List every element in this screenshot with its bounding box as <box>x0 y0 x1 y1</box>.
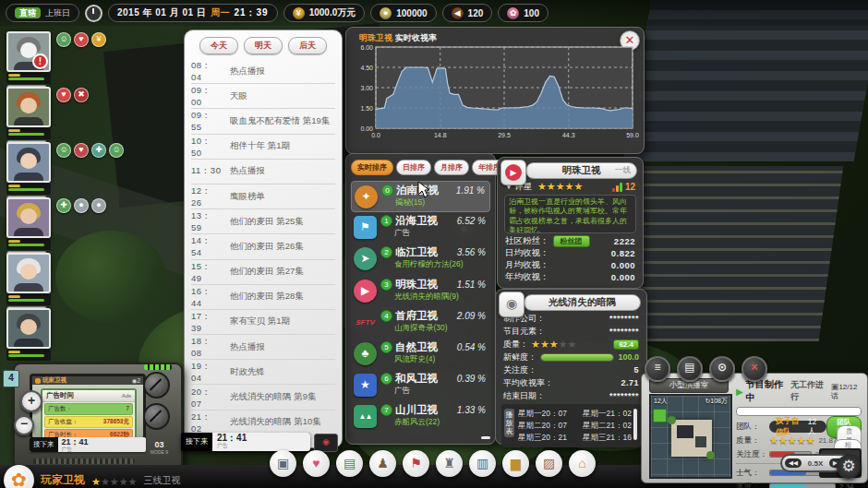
clock-icon[interactable] <box>85 5 102 22</box>
avg-rating-value: 2.71 <box>621 378 639 387</box>
photo-icon[interactable]: ▨ <box>536 450 562 477</box>
tv-knob[interactable] <box>143 403 170 430</box>
bird-icon: ➤ <box>354 247 377 270</box>
mode-label: MODE 9 <box>151 449 168 455</box>
ranking-row[interactable]: ✦0泊南卫视1.91 %揭秘(15) <box>351 181 490 212</box>
program-time: 10：50 <box>191 136 222 158</box>
settings-gear-icon[interactable]: ⚙ <box>837 455 861 479</box>
resource-arrows[interactable]: ◀120 <box>442 4 493 22</box>
heart-icon[interactable]: ♥ <box>303 450 330 477</box>
team-status-icons: ♥✖ <box>56 88 89 102</box>
schedule-row[interactable]: 13：59他们的麦田 第25集 <box>191 209 335 234</box>
ranking-row[interactable]: ⚑1沿海卫视6.52 %广告 <box>351 212 490 244</box>
power-icon[interactable]: ⊙ <box>709 356 735 382</box>
schedule-row[interactable]: 20：07光线消失的暗隅 第9集 <box>191 385 335 410</box>
team-avatar[interactable] <box>6 253 51 293</box>
schedule-tab-0[interactable]: 今天 <box>199 37 238 54</box>
fans-badge-button[interactable]: 粉丝团 <box>553 235 590 247</box>
market-icon[interactable]: ▆ <box>502 450 529 477</box>
staff-icon[interactable]: ♟ <box>369 450 396 477</box>
next-label: 接下来 <box>181 433 212 451</box>
ad-stat-row: 广告数：7 <box>44 403 133 415</box>
ranking-row[interactable]: ★6和风卫视0.39 %广告 <box>351 370 490 401</box>
team-pill[interactable]: 孩子自信队 12人 <box>769 421 826 433</box>
schedule-tab-2[interactable]: 后天 <box>288 37 327 54</box>
team-avatar[interactable] <box>6 197 51 238</box>
slow-down-button[interactable]: ◀◀ <box>785 458 802 468</box>
player-station-tier: 三线卫视 <box>143 474 180 487</box>
broadcast-schedule-tab[interactable]: 播放表 <box>504 409 514 437</box>
ranking-tab[interactable]: 实时排序 <box>351 160 393 175</box>
tv-icon[interactable]: ▣ <box>270 450 296 477</box>
mascot-icon[interactable]: ⚑ <box>403 450 429 477</box>
resource-money[interactable]: ¥1000.0万元 <box>283 4 366 22</box>
station-tier: 一线 <box>615 165 631 176</box>
channel-switch-button[interactable]: ◉ <box>314 434 338 452</box>
schedule-row[interactable]: 17：39家有宝贝 第1期 <box>191 310 335 335</box>
status-icon: ● <box>91 198 106 213</box>
star-icon: ★ <box>354 374 377 397</box>
team-avatar[interactable] <box>6 308 51 349</box>
resource-tokens[interactable]: ●100000 <box>370 4 436 22</box>
ranking-row[interactable]: SFTV4首府卫视2.09 %山海探奇录(30) <box>351 307 490 339</box>
tv-mode-display: 03 MODE 9 <box>151 440 168 455</box>
team-card[interactable] <box>6 308 51 361</box>
ranking-tab[interactable]: 月排序 <box>434 160 469 175</box>
status-icon: ✖ <box>74 88 89 102</box>
tv-screen[interactable]: 玩家卫视 ◉2 广告时间 Ads 广告数：7广告收益：378653元广告时长：6… <box>30 374 146 440</box>
broadcast-schedule-box: 播放表 星期一20：07星期一21：02星期二20：07星期二21：02星期三2… <box>501 404 641 447</box>
schedule-icon[interactable]: ▤ <box>677 356 703 382</box>
speed-row: 速度： 2.34 <box>736 480 862 488</box>
library-icon[interactable]: ▥ <box>469 450 496 477</box>
schedule-row[interactable]: 12：26鹰眼榜单 <box>191 184 335 209</box>
ranking-tab[interactable]: 日排序 <box>396 160 431 175</box>
zoom-out-button[interactable]: − <box>14 415 34 435</box>
schedule-row[interactable]: 10：50相伴十年 第1期 <box>191 135 335 160</box>
station-panel-header: ▶ 明珠卫视 一线 <box>525 162 637 179</box>
schedule-row[interactable]: 11：30热点播报 <box>191 160 335 184</box>
zoom-in-button[interactable]: + <box>20 390 42 412</box>
rating-share: 1.91 % <box>456 185 487 196</box>
build-tile-icon[interactable] <box>653 409 667 423</box>
scrollbar[interactable] <box>633 409 637 440</box>
close-icon[interactable]: × <box>741 356 767 382</box>
ad-rows: 广告数：7广告收益：378653元广告时长：6622秒 <box>42 403 135 440</box>
scroll-indicator[interactable] <box>481 436 490 439</box>
team-avatar[interactable]: ! <box>6 31 51 72</box>
channel-number-box: 4 <box>3 370 19 387</box>
city-status-pill[interactable]: 直辖 上班日 <box>6 4 79 22</box>
schedule-row[interactable]: 09：00天眼 <box>191 84 335 109</box>
ranking-row[interactable]: ➤2临江卫视3.56 %食用柠檬的方法(26) <box>351 244 490 275</box>
team-avatar[interactable] <box>6 142 51 183</box>
schedule-row[interactable]: 14：54他们的麦田 第26集 <box>191 234 335 259</box>
ranking-row[interactable]: ▲▲7山川卫视1.33 %赤船风云(22) <box>351 401 490 433</box>
tv-knob[interactable] <box>143 372 170 399</box>
menu-icon[interactable]: ≡ <box>645 356 670 382</box>
schedule-row[interactable]: 18：08热点播报 <box>191 335 335 360</box>
schedule-row[interactable]: 21：02光线消失的暗隅 第10集 <box>191 411 335 435</box>
station-name: 明珠卫视 <box>562 164 601 177</box>
home-icon[interactable]: ⌂ <box>569 450 596 477</box>
programs-icon[interactable]: ▤ <box>336 450 363 477</box>
schedule-tab-1[interactable]: 明天 <box>244 37 283 54</box>
ranking-row[interactable]: ♣5自然卫视0.54 %风流野史(4) <box>351 339 490 370</box>
station-name: 临江卫视 <box>395 245 438 259</box>
schedule-row[interactable]: 16：44他们的麦田 第28集 <box>191 285 335 310</box>
resource-flowers[interactable]: ✿100 <box>498 4 549 22</box>
team-status-icons: ☺♥✚☺ <box>56 143 124 158</box>
schedule-row[interactable]: 08：04热点播报 <box>191 59 335 84</box>
station-flower-logo[interactable]: ✿ <box>4 465 34 488</box>
maker-value: ******** <box>609 314 639 323</box>
ranking-row[interactable]: ▶3明珠卫视1.51 %光线消失的暗隅(9) <box>351 276 490 307</box>
broadcast-slot-row: 星期一20：07星期一21：02 <box>518 408 632 420</box>
speed-label: 速度： <box>736 482 769 488</box>
schedule-row[interactable]: 19：04时政先锋 <box>191 360 335 385</box>
team-avatar[interactable] <box>6 87 51 127</box>
schedule-row[interactable]: 09：55吸血鬼不配有爱情 第19集 <box>191 109 335 134</box>
resource-value: 100000 <box>396 8 427 18</box>
schedule-row[interactable]: 15：49他们的麦田 第27集 <box>191 260 335 285</box>
tower-icon[interactable]: ♜ <box>436 450 463 477</box>
status-icon: ¥ <box>91 32 106 47</box>
rating-share: 0.54 % <box>457 342 488 352</box>
studio-room-view[interactable]: 12人 ↻108万 <box>649 394 732 479</box>
